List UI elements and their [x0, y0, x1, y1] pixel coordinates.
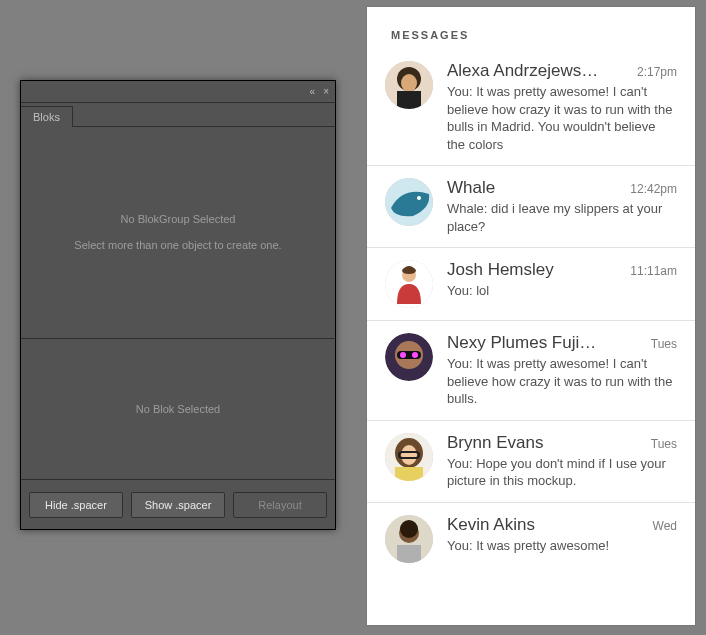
- timestamp: Wed: [653, 519, 677, 533]
- svg-point-2: [401, 74, 417, 92]
- message-preview: Whale: did i leave my slippers at your p…: [447, 200, 677, 235]
- avatar: [385, 433, 433, 481]
- messages-header: MESSAGES: [367, 7, 695, 49]
- svg-point-15: [401, 445, 417, 465]
- blok-zone: No Blok Selected: [21, 339, 335, 479]
- message-item[interactable]: Whale12:42pmWhale: did i leave my slippe…: [367, 166, 695, 248]
- bloks-panel: « × Bloks No BlokGroup Selected Select m…: [20, 80, 336, 530]
- messages-list: Alexa Andrzejews…2:17pmYou: It was prett…: [367, 49, 695, 575]
- svg-point-12: [412, 352, 418, 358]
- avatar: [385, 61, 433, 109]
- show-spacer-button[interactable]: Show .spacer: [131, 492, 225, 518]
- message-content: Nexy Plumes Fuji…TuesYou: It was pretty …: [447, 333, 677, 408]
- no-blokgroup-label: No BlokGroup Selected: [121, 213, 236, 225]
- avatar: [385, 260, 433, 308]
- message-content: Josh Hemsley11:11amYou: lol: [447, 260, 677, 308]
- message-preview: You: It was pretty awesome! I can't beli…: [447, 355, 677, 408]
- contact-name: Josh Hemsley: [447, 260, 622, 280]
- svg-rect-21: [397, 545, 421, 563]
- message-item[interactable]: Alexa Andrzejews…2:17pmYou: It was prett…: [367, 49, 695, 166]
- panel-buttons: Hide .spacer Show .spacer Relayout: [21, 479, 335, 529]
- avatar: [385, 515, 433, 563]
- blokgroup-hint: Select more than one object to create on…: [74, 239, 281, 251]
- svg-point-5: [417, 196, 421, 200]
- avatar: [385, 333, 433, 381]
- relayout-button[interactable]: Relayout: [233, 492, 327, 518]
- timestamp: 11:11am: [630, 264, 677, 278]
- message-preview: You: lol: [447, 282, 677, 300]
- contact-name: Kevin Akins: [447, 515, 645, 535]
- panel-titlebar: « ×: [21, 81, 335, 103]
- blokgroup-zone: No BlokGroup Selected Select more than o…: [21, 127, 335, 339]
- timestamp: Tues: [651, 337, 677, 351]
- contact-name: Alexa Andrzejews…: [447, 61, 629, 81]
- svg-rect-3: [397, 91, 421, 109]
- message-preview: You: Hope you don't mind if I use your p…: [447, 455, 677, 490]
- hide-spacer-button[interactable]: Hide .spacer: [29, 492, 123, 518]
- svg-point-20: [400, 520, 418, 538]
- message-content: Alexa Andrzejews…2:17pmYou: It was prett…: [447, 61, 677, 153]
- contact-name: Nexy Plumes Fuji…: [447, 333, 643, 353]
- message-preview: You: It was pretty awesome! I can't beli…: [447, 83, 677, 153]
- tab-strip: Bloks: [21, 103, 335, 127]
- no-blok-label: No Blok Selected: [136, 403, 220, 415]
- contact-name: Brynn Evans: [447, 433, 643, 453]
- contact-name: Whale: [447, 178, 622, 198]
- message-item[interactable]: Nexy Plumes Fuji…TuesYou: It was pretty …: [367, 321, 695, 421]
- panel-body: No BlokGroup Selected Select more than o…: [21, 127, 335, 479]
- svg-rect-17: [395, 467, 423, 481]
- message-preview: You: It was pretty awesome!: [447, 537, 677, 555]
- collapse-icon[interactable]: «: [310, 87, 316, 97]
- message-item[interactable]: Kevin AkinsWedYou: It was pretty awesome…: [367, 503, 695, 575]
- message-content: Whale12:42pmWhale: did i leave my slippe…: [447, 178, 677, 235]
- message-content: Brynn EvansTuesYou: Hope you don't mind …: [447, 433, 677, 490]
- timestamp: 2:17pm: [637, 65, 677, 79]
- avatar: [385, 178, 433, 226]
- svg-point-11: [400, 352, 406, 358]
- messages-panel: MESSAGES Alexa Andrzejews…2:17pmYou: It …: [366, 6, 696, 626]
- timestamp: Tues: [651, 437, 677, 451]
- tab-bloks[interactable]: Bloks: [21, 106, 73, 127]
- message-content: Kevin AkinsWedYou: It was pretty awesome…: [447, 515, 677, 563]
- message-item[interactable]: Josh Hemsley11:11amYou: lol: [367, 248, 695, 321]
- message-item[interactable]: Brynn EvansTuesYou: Hope you don't mind …: [367, 421, 695, 503]
- close-icon[interactable]: ×: [323, 87, 329, 97]
- timestamp: 12:42pm: [630, 182, 677, 196]
